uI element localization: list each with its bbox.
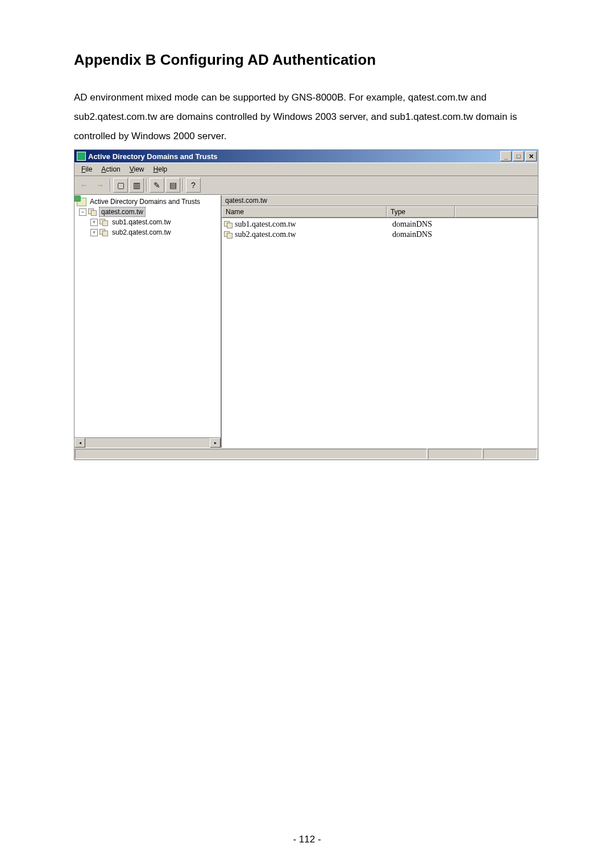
menu-view[interactable]: View [125, 164, 149, 174]
expander-plus-icon[interactable]: + [90, 219, 98, 226]
arrow-left-icon: ← [80, 181, 88, 190]
scroll-right-button[interactable]: ▸ [210, 438, 221, 448]
export-icon: ▤ [169, 181, 177, 190]
properties-button[interactable]: ✎ [150, 178, 164, 193]
expander-plus-icon[interactable]: + [90, 229, 98, 236]
tree-item-qatest[interactable]: − qatest.com.tw [74, 207, 221, 217]
maximize-button[interactable]: □ [513, 151, 524, 161]
forward-button[interactable]: → [93, 178, 107, 193]
column-header-name[interactable]: Name [222, 206, 387, 218]
column-header-type[interactable]: Type [387, 206, 455, 218]
tree-item-label: sub1.qatest.com.tw [110, 218, 172, 227]
tree-root[interactable]: Active Directory Domains and Trusts [74, 197, 221, 207]
list-item-type: domainDNS [389, 230, 460, 239]
toolbar-separator [146, 179, 147, 191]
tree-body[interactable]: Active Directory Domains and Trusts − qa… [74, 195, 221, 437]
status-slot [428, 449, 482, 459]
page-number: - 112 - [0, 834, 614, 845]
properties-icon: ✎ [154, 181, 160, 190]
list-pane: qatest.com.tw Name Type sub1.qatest.com.… [222, 195, 538, 448]
status-bar [74, 448, 538, 460]
back-button[interactable]: ← [77, 178, 92, 193]
split-panes: Active Directory Domains and Trusts − qa… [74, 195, 538, 448]
export-list-button[interactable]: ▤ [165, 178, 180, 193]
app-icon [77, 152, 86, 161]
list-item[interactable]: sub1.qatest.com.tw domainDNS [222, 219, 538, 229]
tree-item-sub2[interactable]: + sub2.qatest.com.tw [74, 227, 221, 237]
domain-icon [99, 219, 108, 226]
toolbar-separator [110, 179, 111, 191]
status-slot [483, 449, 537, 459]
list-item-name: sub1.qatest.com.tw [235, 220, 296, 229]
scroll-left-button[interactable]: ◂ [74, 438, 85, 448]
tree-item-sub1[interactable]: + sub1.qatest.com.tw [74, 217, 221, 227]
list-icon: ▥ [133, 181, 140, 190]
show-list-button[interactable]: ▥ [129, 178, 144, 193]
up-one-level-button[interactable]: ▢ [113, 178, 128, 193]
tree-pane: Active Directory Domains and Trusts − qa… [74, 195, 222, 448]
domain-icon [224, 221, 233, 228]
titlebar[interactable]: Active Directory Domains and Trusts _ □ … [74, 150, 538, 162]
toolbar: ← → ▢ ▥ ✎ ▤ ? [74, 176, 538, 195]
list-body[interactable]: sub1.qatest.com.tw domainDNS sub2.qatest… [222, 218, 538, 448]
mmc-window: Active Directory Domains and Trusts _ □ … [74, 149, 538, 460]
help-icon: ? [191, 181, 196, 190]
column-headers: Name Type [222, 206, 538, 218]
tree-root-label: Active Directory Domains and Trusts [88, 197, 202, 206]
domain-icon [99, 229, 108, 236]
close-button[interactable]: ✕ [525, 151, 537, 161]
tree-item-label: qatest.com.tw [99, 207, 146, 217]
minimize-button[interactable]: _ [500, 151, 512, 161]
menu-help[interactable]: Help [149, 164, 172, 174]
intro-paragraph: AD environment mixed mode can be support… [74, 88, 540, 146]
menu-file[interactable]: File [77, 164, 97, 174]
tree-item-label: sub2.qatest.com.tw [110, 228, 172, 237]
menu-bar: File Action View Help [74, 162, 538, 176]
status-main [75, 449, 427, 459]
folder-up-icon: ▢ [117, 181, 125, 190]
menu-action[interactable]: Action [97, 164, 125, 174]
expander-minus-icon[interactable]: − [79, 208, 86, 216]
toolbar-separator [182, 179, 184, 191]
arrow-right-icon: → [96, 181, 104, 190]
horizontal-scrollbar[interactable]: ◂ ▸ [74, 437, 221, 448]
domain-icon [88, 208, 97, 216]
list-item-name: sub2.qatest.com.tw [235, 230, 296, 239]
page-heading: Appendix B Configuring AD Authentication [74, 51, 540, 69]
domain-icon [224, 231, 233, 239]
list-item-type: domainDNS [389, 220, 460, 229]
list-item[interactable]: sub2.qatest.com.tw domainDNS [222, 229, 538, 240]
ad-root-icon [77, 198, 86, 206]
window-title: Active Directory Domains and Trusts [88, 152, 500, 161]
help-button[interactable]: ? [186, 178, 201, 193]
column-header-blank[interactable] [455, 206, 538, 218]
list-pane-title: qatest.com.tw [222, 195, 538, 206]
